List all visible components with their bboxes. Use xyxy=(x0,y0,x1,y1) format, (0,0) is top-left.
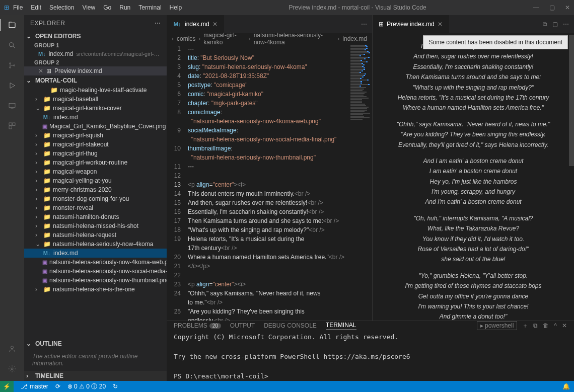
svg-rect-5 xyxy=(9,123,12,125)
output-tab[interactable]: OUTPUT xyxy=(230,322,255,329)
terminal-panel: PROBLEMS20 OUTPUT DEBUG CONSOLE TERMINAL… xyxy=(167,321,574,381)
folder-item[interactable]: ›📁natsumi-helena-she-is-the-one xyxy=(24,285,167,294)
folder-item[interactable]: ›📁magical-girl-squish xyxy=(24,131,167,140)
folder-item[interactable]: ›📁magical-girl-stakeout xyxy=(24,140,167,149)
editor-more-icon[interactable]: ⋯ xyxy=(361,21,367,28)
outline-section[interactable]: ⌄OUTLINE xyxy=(24,339,167,349)
outline-message: The active editor cannot provide outline… xyxy=(24,349,167,371)
maximize-button[interactable]: ▢ xyxy=(549,4,555,11)
code-content[interactable]: ---title: "But Seriously Now"slug: "nats… xyxy=(188,44,372,321)
folder-item[interactable]: ›📁natsumi-hamilton-donuts xyxy=(24,212,167,221)
account-icon[interactable] xyxy=(6,343,18,355)
file-tree: 📁magic-healing-love-staff-activate›📁magi… xyxy=(24,86,167,339)
editor-tabs-2: ⊞ Preview index.md ✕ ⧉ ▢ ⋯ xyxy=(373,15,574,33)
folder-item[interactable]: ›📁merry-christmas-2020 xyxy=(24,185,167,194)
group-2-label: GROUP 2 xyxy=(24,58,167,66)
tab-index-md[interactable]: M↓ index.md ✕ xyxy=(167,15,224,33)
folder-item[interactable]: ›📁natsumi-helena-request xyxy=(24,230,167,240)
file-item[interactable]: M↓index.md xyxy=(24,249,167,258)
folder-item[interactable]: ›📁natsumi-helena-missed-his-shot xyxy=(24,221,167,230)
close-tab-icon[interactable]: ✕ xyxy=(212,21,218,28)
close-panel-icon[interactable]: ✕ xyxy=(562,322,567,329)
close-button[interactable]: ✕ xyxy=(565,4,570,11)
sync-indicator[interactable]: ⟳ xyxy=(55,383,60,390)
svg-point-3 xyxy=(14,65,15,66)
menu-view[interactable]: View xyxy=(82,4,95,11)
menu-edit[interactable]: Edit xyxy=(31,4,41,11)
menu-run[interactable]: Run xyxy=(119,4,130,11)
markdown-preview[interactable]: This donut enters my mouth imminently.An… xyxy=(373,33,574,321)
tab-preview[interactable]: ⊞ Preview index.md ✕ xyxy=(373,15,449,33)
split-terminal-icon[interactable]: ⧉ xyxy=(533,322,538,329)
disabled-content-toast: Some content has been disabled in this d… xyxy=(423,35,568,49)
branch-indicator[interactable]: ⎇ master xyxy=(21,383,48,390)
line-gutter: 1234567891011121314151617181920212223242… xyxy=(167,44,188,321)
folder-item[interactable]: ›📁monster-dog-coming-for-you xyxy=(24,194,167,203)
menu-terminal[interactable]: Terminal xyxy=(138,4,161,11)
scrollbar-thumb[interactable] xyxy=(569,35,574,166)
breadcrumb[interactable]: › comics › magical-girl-kamiko › natsumi… xyxy=(167,33,372,44)
file-item[interactable]: ▣natsumi-helena-seriously-now-4koma-web.… xyxy=(24,258,167,267)
close-tab-icon[interactable]: ✕ xyxy=(438,21,443,28)
close-icon[interactable]: ✕ xyxy=(38,67,43,74)
folder-item[interactable]: ›📁monster-reveal xyxy=(24,203,167,212)
folder-item[interactable]: ›📁magical-girl-thug xyxy=(24,149,167,158)
file-item[interactable]: M↓index.md xyxy=(24,113,167,122)
file-item[interactable]: ▣natsumi-helena-seriously-now-social-med… xyxy=(24,267,167,276)
folder-item[interactable]: ›📁magical-baseball xyxy=(24,95,167,104)
file-item[interactable]: ▣natsumi-helena-seriously-now-thumbnail.… xyxy=(24,276,167,285)
terminal-tab[interactable]: TERMINAL xyxy=(326,322,356,330)
split-editor-icon[interactable]: ⧉ xyxy=(543,21,547,28)
refresh-indicator[interactable]: ↻ xyxy=(113,383,118,390)
vscode-logo: ⊞ xyxy=(4,4,9,11)
debug-console-tab[interactable]: DEBUG CONSOLE xyxy=(264,322,317,329)
run-debug-icon[interactable] xyxy=(6,80,18,92)
extensions-icon[interactable] xyxy=(6,120,18,132)
explorer-icon[interactable] xyxy=(0,19,24,31)
new-terminal-icon[interactable]: ＋ xyxy=(522,322,528,330)
folder-item[interactable]: ›📁magical-weapon xyxy=(24,167,167,176)
remote-explorer-icon[interactable] xyxy=(6,100,18,112)
editor-group-2: ⊞ Preview index.md ✕ ⧉ ▢ ⋯ Some content … xyxy=(373,15,574,321)
titlebar: ⊞ FileEditSelectionViewGoRunTerminalHelp… xyxy=(0,0,574,15)
svg-rect-4 xyxy=(9,103,15,107)
open-file-2[interactable]: ✕ ⊞ Preview index.md xyxy=(24,66,167,75)
timeline-section[interactable]: ›TIMELINE xyxy=(24,371,167,381)
remote-indicator[interactable]: ⚡ xyxy=(0,381,14,392)
problems-indicator[interactable]: ⊗ 0 ⚠ 0 ⓘ 20 xyxy=(67,382,106,391)
status-bar: ⚡ ⎇ master ⟳ ⊗ 0 ⚠ 0 ⓘ 20 ↻ 🔔 xyxy=(0,381,574,392)
source-control-icon[interactable] xyxy=(6,59,18,71)
explorer-sidebar: EXPLORER ⋯ ⌄OPEN EDITORS GROUP 1 M↓ inde… xyxy=(24,15,167,381)
folder-item[interactable]: ⌄📁magical-girl-kamiko-cover xyxy=(24,104,167,113)
search-icon[interactable] xyxy=(6,39,18,51)
trash-icon[interactable]: 🗑 xyxy=(543,322,549,329)
problems-tab[interactable]: PROBLEMS20 xyxy=(174,322,221,329)
terminal-content[interactable]: Copyright (C) Microsoft Corporation. All… xyxy=(167,330,574,381)
folder-item[interactable]: ›📁magical-yelling-at-you xyxy=(24,176,167,185)
explorer-more-icon[interactable]: ⋯ xyxy=(155,20,161,27)
menu-help[interactable]: Help xyxy=(170,4,182,11)
menu-file[interactable]: File xyxy=(13,4,23,11)
svg-point-8 xyxy=(11,346,13,349)
menu-selection[interactable]: Selection xyxy=(49,4,74,11)
menu-go[interactable]: Go xyxy=(103,4,111,11)
activity-bar xyxy=(0,15,24,381)
editor-more-icon[interactable]: ⋯ xyxy=(563,21,569,28)
folder-item[interactable]: 📁magic-healing-love-staff-activate xyxy=(24,86,167,95)
open-file-1[interactable]: M↓ index.md src\content\comics\magical-g… xyxy=(24,49,167,58)
shell-select[interactable]: ▸ powershell xyxy=(477,321,518,330)
code-editor[interactable]: 1234567891011121314151617181920212223242… xyxy=(167,44,372,321)
minimap[interactable] xyxy=(349,44,372,321)
open-editors-section[interactable]: ⌄OPEN EDITORS xyxy=(24,31,167,41)
folder-item[interactable]: ⌄📁natsumi-helena-seriously-now-4koma xyxy=(24,240,167,249)
project-section[interactable]: ⌄MORTAL-COIL xyxy=(24,75,167,86)
svg-point-1 xyxy=(10,63,11,64)
maximize-panel-icon[interactable]: ^ xyxy=(554,322,557,329)
minimize-button[interactable]: — xyxy=(533,4,539,11)
file-item[interactable]: ▣Magical_Girl_Kamiko_Babyblue_Cover.png xyxy=(24,122,167,131)
markdown-icon: M↓ xyxy=(173,21,182,27)
toggle-icon[interactable]: ▢ xyxy=(552,21,558,28)
settings-gear-icon[interactable] xyxy=(6,363,18,375)
folder-item[interactable]: ›📁magical-girl-workout-routine xyxy=(24,158,167,167)
notifications-icon[interactable]: 🔔 xyxy=(562,383,570,390)
